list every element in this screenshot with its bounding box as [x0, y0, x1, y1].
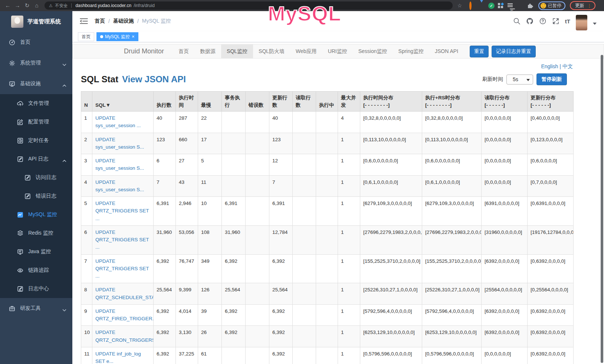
extension-blocks-icon[interactable] [498, 3, 504, 9]
security-label[interactable]: 不安全 [55, 3, 68, 9]
sidebar-item-home[interactable]: 首页 [0, 32, 72, 53]
cell-exec-rs-histogram: [0,5796,596,0,0,0,0,0] [422, 347, 482, 364]
sql-link[interactable]: UPDATE sys_user_session S... [95, 137, 144, 150]
druid-brand[interactable]: Druid Monitor [73, 44, 173, 58]
search-icon[interactable] [513, 17, 521, 25]
caret-down-icon[interactable] [593, 20, 597, 26]
lang-chinese-link[interactable]: 中文 [562, 63, 573, 69]
druid-nav-item[interactable]: URI监控 [322, 44, 353, 58]
sidebar-item-java-monitor[interactable]: Java 监控 [0, 242, 72, 261]
sidebar-item-file-management[interactable]: 文件管理 [0, 94, 72, 113]
user-avatar[interactable] [576, 15, 587, 30]
sidebar-item-mysql-monitor[interactable]: MySQL 监控 [0, 205, 72, 224]
extension-dark-icon[interactable] [517, 3, 523, 9]
extension-green-check-icon[interactable]: ✓ [488, 3, 495, 9]
sidebar-logo[interactable]: 芋道管理系统 [0, 11, 72, 32]
sidebar-item-redis-monitor[interactable]: Redis 监控 [0, 224, 72, 242]
tab-mysql-monitor[interactable]: MySQL 监控 × [96, 32, 138, 41]
help-icon[interactable] [539, 17, 546, 25]
sidebar-item-api-logs[interactable]: API 日志 [0, 150, 72, 168]
cell-update-rows-histogram: [0,6392,0,0,0,0] [528, 254, 574, 283]
sql-link[interactable]: UPDATE sys_user_session S... [95, 179, 144, 192]
druid-nav-item[interactable]: Session监控 [353, 44, 393, 58]
cell-max-concurrent: 1 [338, 304, 360, 326]
breadcrumb-home[interactable]: 首页 [95, 18, 105, 24]
breadcrumb-infrastructure[interactable]: 基础设施 [113, 18, 134, 24]
column-header[interactable]: SQL▼ [92, 92, 154, 112]
sql-link[interactable]: UPDATE sys_user_session S... [95, 158, 144, 171]
back-icon[interactable]: ← [4, 1, 12, 10]
extensions-puzzle-icon[interactable] [527, 3, 533, 9]
vertical-scrollbar[interactable] [601, 55, 603, 363]
column-header[interactable]: 最慢 [198, 92, 222, 112]
fullscreen-icon[interactable] [552, 17, 559, 25]
druid-nav-item[interactable]: SQL监控 [221, 44, 253, 58]
forward-icon[interactable]: → [13, 1, 22, 10]
reset-button[interactable]: 重置 [470, 46, 489, 57]
druid-nav-item[interactable]: SQL防火墙 [253, 44, 290, 58]
column-header[interactable]: 执行+RS时分布[- - - - - - - -] [422, 92, 482, 112]
druid-nav-item[interactable]: JSON API [429, 44, 464, 58]
column-header[interactable]: 最大并发 [338, 92, 360, 112]
sql-link[interactable]: UPDATE QRTZ_SCHEDULER_STA... [95, 287, 154, 300]
github-icon[interactable] [526, 17, 534, 25]
sidebar-item-devtools[interactable]: 研发工具 [0, 298, 72, 319]
column-header[interactable]: 更新行分布[- - - - - -] [528, 92, 574, 112]
column-header[interactable]: 执行中 [316, 92, 338, 112]
column-header[interactable]: 读取行分布[- - - - - -] [482, 92, 528, 112]
extension-list-icon[interactable]: on [508, 3, 514, 9]
column-header[interactable]: 读取行数 [293, 92, 316, 112]
sql-link[interactable]: UPDATE sys_user_session ... [95, 115, 141, 128]
cell-exec-time: 43 [176, 175, 198, 197]
home-icon[interactable]: ⌂ [33, 1, 41, 10]
column-header[interactable]: 更新行数 [269, 92, 293, 112]
sidebar-collapse-icon[interactable] [80, 18, 88, 24]
sidebar-item-system[interactable]: 系统管理 [0, 53, 72, 73]
sidebar-item-trace[interactable]: 链路追踪 [0, 261, 72, 279]
sidebar-item-scheduled-jobs[interactable]: 定时任务 [0, 131, 72, 150]
extension-blue-gem-icon[interactable] [479, 3, 485, 9]
reload-icon[interactable]: ↻ [23, 1, 31, 10]
font-size-icon[interactable]: tT [565, 18, 570, 24]
tab-home[interactable]: 首页 [78, 32, 94, 41]
sidebar-item-access-logs[interactable]: 访问日志 [0, 168, 72, 187]
druid-nav-item[interactable]: Spring监控 [393, 44, 429, 58]
sidebar-item-log-center[interactable]: 日志中心 [0, 279, 72, 298]
column-header[interactable]: 执行时间分布[- - - - - - - -] [360, 92, 422, 112]
column-header[interactable]: 执行时间 [176, 92, 198, 112]
log-and-reset-button[interactable]: 记录日志并重置 [492, 46, 536, 57]
sql-link[interactable]: UPDATE QRTZ_TRIGGERS SET ... [95, 258, 149, 279]
cell-exec-count: 6,392 [154, 326, 176, 347]
refresh-interval-select[interactable]: 5s [506, 75, 533, 85]
browser-update-button[interactable]: 更新 ⋮ [570, 1, 595, 10]
druid-nav-item[interactable]: 数据源 [194, 44, 221, 58]
cell-exec-time-histogram: [27696,2279,1983,2,0,0,0,0] [360, 225, 422, 254]
extension-orange-ring-icon[interactable] [469, 3, 475, 9]
column-header[interactable]: N [81, 92, 92, 112]
column-header[interactable]: 执行数 [154, 92, 176, 112]
sidebar-item-infrastructure[interactable]: 基础设施 [0, 73, 72, 94]
column-header[interactable]: 错误数 [246, 92, 269, 112]
lang-english-link[interactable]: English [541, 63, 558, 69]
sidebar-item-config-management[interactable]: 配置管理 [0, 113, 72, 131]
cell-error-count [246, 175, 269, 197]
sql-link[interactable]: UPDATE QRTZ_CRON_TRIGGERS... [95, 330, 154, 343]
close-tab-icon[interactable]: × [132, 34, 135, 39]
sql-link[interactable]: UPDATE QRTZ_FIRED_TRIGGER... [95, 308, 154, 321]
view-json-api-link[interactable]: View JSON API [122, 74, 186, 85]
druid-nav-item[interactable]: Web应用 [290, 44, 322, 58]
column-header[interactable]: 事务执行 [222, 92, 246, 112]
browser-profile-chip[interactable]: 已暂停 [538, 1, 565, 10]
sql-link[interactable]: UPDATE QRTZ_TRIGGERS SET ... [95, 229, 149, 250]
druid-nav-item[interactable]: 首页 [173, 44, 194, 58]
cell-read-rows-histogram: [0,0,0,0,0,0] [482, 133, 528, 154]
sql-link[interactable]: UPDATE inf_job_log SET e... [95, 351, 141, 364]
sidebar-item-error-logs[interactable]: 错误日志 [0, 187, 72, 205]
browser-menu-dots-icon[interactable]: ⋮ [587, 3, 592, 9]
sql-link[interactable]: UPDATE QRTZ_TRIGGERS SET ... [95, 201, 149, 221]
pause-refresh-button[interactable]: 暂停刷新 [536, 73, 567, 85]
cell-exec-time: 27 [176, 154, 198, 176]
bookmark-star-icon[interactable]: ☆ [456, 1, 464, 10]
address-bar[interactable]: ⚠ 不安全 dashboard.yudao.iocoder.cn /infra/… [45, 1, 453, 10]
cell-error-count [246, 254, 269, 283]
